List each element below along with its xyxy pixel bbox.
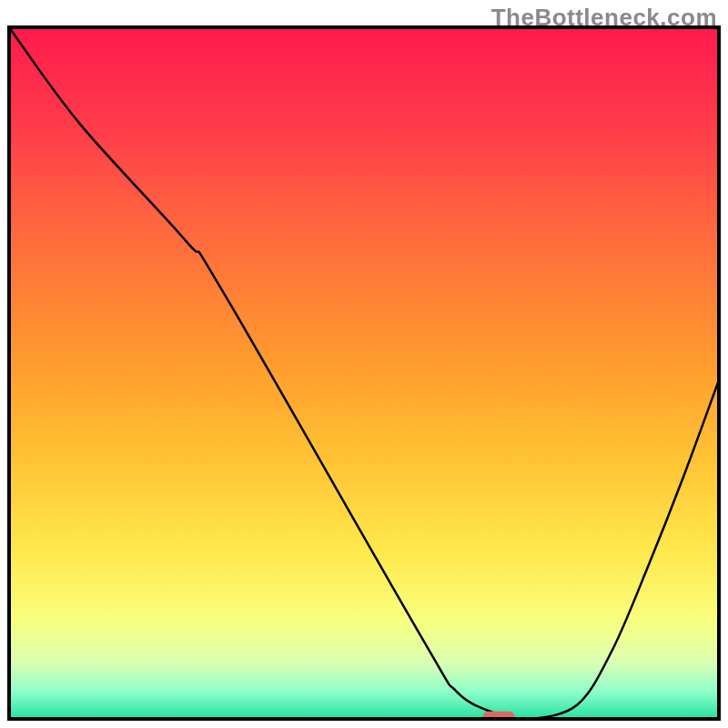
watermark-text: TheBottleneck.com: [491, 4, 717, 32]
chart-background: [9, 27, 719, 719]
chart-svg: [0, 0, 728, 728]
